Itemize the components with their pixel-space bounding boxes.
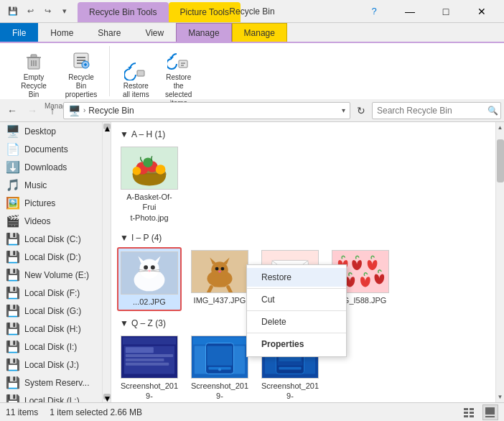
sidebar-item-local-h[interactable]: 💾 Local Disk (H:) xyxy=(0,320,102,338)
context-menu-delete[interactable]: Delete xyxy=(247,313,346,331)
up-btn[interactable]: ↑ xyxy=(43,101,62,120)
file-scrollbar[interactable]: ▲ ▼ xyxy=(495,122,504,402)
sidebar-item-local-f[interactable]: 💾 Local Disk (F:) xyxy=(0,284,102,302)
minimize-icon: — xyxy=(405,6,415,17)
context-separator-3 xyxy=(247,333,346,333)
empty-recycle-icon xyxy=(22,49,45,72)
sidebar-item-local-c[interactable]: 💾 Local Disk (C:) xyxy=(0,230,102,248)
fruit-name: A-Basket-Of-Fruit-Photo.jpg xyxy=(120,192,179,223)
sidebar-label-local-j: Local Disk (J:) xyxy=(24,360,79,370)
group-ah-collapse[interactable]: ▼ xyxy=(120,129,129,139)
cat-brown-thumbnail xyxy=(191,250,248,293)
context-menu-properties[interactable]: Properties xyxy=(247,335,346,353)
sidebar-scroll-up[interactable]: ▲ xyxy=(103,124,111,129)
restore-selected-btn[interactable]: Restore theselected items xyxy=(157,47,201,109)
nav-bar: ← → ↑ 🖥️ › Recycle Bin ▾ ↻ 🔍 xyxy=(0,99,504,122)
music-icon: 🎵 xyxy=(6,178,20,192)
title-bar: 💾 ↩ ↪ ▾ Recycle Bin Tools Picture Tools … xyxy=(0,0,504,23)
back-btn[interactable]: ← xyxy=(3,101,22,120)
sidebar-item-local-g[interactable]: 💾 Local Disk (G:) xyxy=(0,302,102,320)
recycle-properties-btn[interactable]: Recycle Binproperties xyxy=(59,47,103,101)
large-icons-view-btn[interactable] xyxy=(482,404,498,420)
svg-point-19 xyxy=(151,265,155,269)
file-item-fruit[interactable]: A-Basket-Of-Fruit-Photo.jpg xyxy=(117,144,182,226)
sidebar-item-local-l[interactable]: 💾 Local Disk (L:) xyxy=(0,392,102,402)
file-item-screenshot2[interactable]: Screenshot_2019-06-13-22-56-05.png xyxy=(187,333,252,402)
address-icon: 🖥️ xyxy=(68,105,80,116)
sidebar-item-system-reserved[interactable]: 💾 System Reserv... xyxy=(0,374,102,392)
file-scroll-thumb[interactable] xyxy=(497,139,504,182)
sidebar-item-new-volume-e[interactable]: 💾 New Volume (E:) xyxy=(0,266,102,284)
redo-quick-btn[interactable]: ↪ xyxy=(40,4,55,19)
sidebar-item-local-i[interactable]: 💾 Local Disk (I:) xyxy=(0,338,102,356)
fruit-thumbnail xyxy=(121,147,178,190)
file-scroll-down-btn[interactable]: ▼ xyxy=(496,392,504,402)
sidebar-item-local-d[interactable]: 💾 Local Disk (D:) xyxy=(0,248,102,266)
address-dropdown-btn[interactable]: ▾ xyxy=(342,106,345,114)
tab-manage-recycle[interactable]: Manage xyxy=(176,23,231,42)
svg-point-32 xyxy=(218,270,221,272)
ribbon-tabs: File Home Share View Manage Manage xyxy=(0,23,504,42)
file-item-screenshot1[interactable]: Screenshot_2019-06-13-22-44-51.png xyxy=(117,333,182,402)
maximize-btn[interactable]: □ xyxy=(429,1,462,22)
sidebar-item-documents[interactable]: 📄 Documents xyxy=(0,140,102,158)
address-bar[interactable]: 🖥️ › Recycle Bin ▾ xyxy=(63,102,350,119)
context-menu-restore[interactable]: Restore xyxy=(247,268,346,287)
ribbon-group-manage: EmptyRecycle Bin Recycle Binproperties M… xyxy=(6,46,110,96)
file-item-cat-white[interactable]: ...02.JPG xyxy=(117,247,182,311)
sidebar-item-local-j[interactable]: 💾 Local Disk (J:) xyxy=(0,356,102,374)
ribbon-group-restore: Restoreall items Restore theselected ite… xyxy=(113,46,207,96)
minimize-btn[interactable]: — xyxy=(393,1,426,22)
group-qz-collapse[interactable]: ▼ xyxy=(120,318,129,328)
search-bar[interactable]: 🔍 xyxy=(372,102,501,119)
tab-share[interactable]: Share xyxy=(85,23,133,42)
undo-quick-btn[interactable]: ↩ xyxy=(23,4,37,19)
forward-btn[interactable]: → xyxy=(23,101,42,120)
file-item-cat-brown[interactable]: IMG_I437.JPG xyxy=(187,247,252,311)
sidebar-label-new-volume-e: New Volume (E:) xyxy=(24,270,89,280)
sidebar-label-local-h: Local Disk (H:) xyxy=(24,324,81,334)
svg-rect-62 xyxy=(464,412,468,414)
disk-g-icon: 💾 xyxy=(6,304,20,318)
sidebar-scrollbar[interactable]: ▲ ▼ xyxy=(102,122,111,402)
sidebar-label-documents: Documents xyxy=(24,144,68,154)
tab-manage-picture[interactable]: Manage xyxy=(232,23,287,42)
tab-view[interactable]: View xyxy=(133,23,176,42)
refresh-btn[interactable]: ↻ xyxy=(352,102,370,119)
sidebar-scroll-down[interactable]: ▼ xyxy=(103,394,111,399)
help-btn[interactable]: ? xyxy=(358,1,391,22)
qa-dropdown-btn[interactable]: ▾ xyxy=(57,4,72,19)
disk-l-icon: 💾 xyxy=(6,394,20,402)
cat-white-name: ...02.JPG xyxy=(133,297,166,307)
tab-home[interactable]: Home xyxy=(38,23,85,42)
system-reserved-icon: 💾 xyxy=(6,376,20,389)
file-content-wrapper: ▼ A – H (1) xyxy=(111,122,504,402)
sidebar-item-desktop[interactable]: 🖥️ Desktop xyxy=(0,122,102,140)
details-view-icon xyxy=(463,407,475,418)
file-scroll-up-btn[interactable]: ▲ xyxy=(496,123,504,132)
recycle-bin-tools-tab[interactable]: Recycle Bin Tools xyxy=(78,2,169,22)
svg-rect-61 xyxy=(470,408,474,410)
close-btn[interactable]: ✕ xyxy=(465,1,498,22)
tab-file[interactable]: File xyxy=(0,23,38,42)
sidebar-label-local-l: Local Disk (L:) xyxy=(24,396,80,403)
details-view-btn[interactable] xyxy=(461,404,477,420)
empty-recycle-btn[interactable]: EmptyRecycle Bin xyxy=(11,47,56,101)
disk-d-icon: 💾 xyxy=(6,250,20,264)
sidebar-item-music[interactable]: 🎵 Music xyxy=(0,176,102,194)
save-quick-btn[interactable]: 💾 xyxy=(6,4,20,19)
restore-all-btn[interactable]: Restoreall items xyxy=(118,56,154,101)
svg-rect-45 xyxy=(126,363,169,366)
sidebar-item-downloads[interactable]: ⬇️ Downloads xyxy=(0,158,102,176)
sidebar-item-pictures[interactable]: 🖼️ Pictures xyxy=(0,194,102,212)
sidebar-label-local-d: Local Disk (D:) xyxy=(24,252,81,262)
recycle-props-icon xyxy=(70,49,93,72)
svg-point-18 xyxy=(144,265,148,269)
search-input[interactable] xyxy=(377,106,485,116)
desktop-icon: 🖥️ xyxy=(6,124,20,138)
context-menu-cut[interactable]: Cut xyxy=(247,290,346,309)
context-menu: Restore Cut Delete Properties xyxy=(246,264,347,357)
sidebar-item-videos[interactable]: 🎬 Videos xyxy=(0,212,102,230)
group-ip-collapse[interactable]: ▼ xyxy=(120,233,129,243)
disk-e-icon: 💾 xyxy=(6,268,20,282)
